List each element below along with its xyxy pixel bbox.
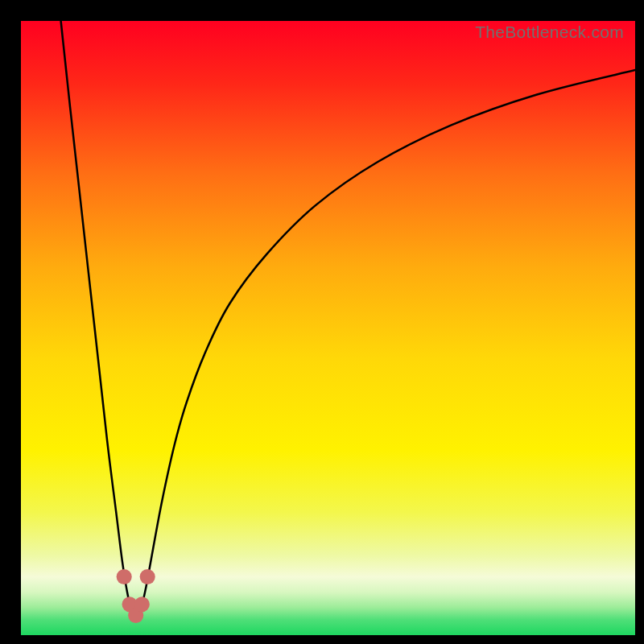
chart-frame: TheBottleneck.com xyxy=(0,0,644,644)
plot-area: TheBottleneck.com xyxy=(21,21,635,635)
curve-layer xyxy=(21,21,635,635)
watermark-text: TheBottleneck.com xyxy=(475,23,624,42)
marker-group xyxy=(117,569,155,623)
bottleneck-curve xyxy=(61,21,635,616)
marker-min-left-upper xyxy=(117,569,132,584)
marker-min-right-lower xyxy=(134,597,150,612)
marker-min-right-upper xyxy=(140,569,155,584)
